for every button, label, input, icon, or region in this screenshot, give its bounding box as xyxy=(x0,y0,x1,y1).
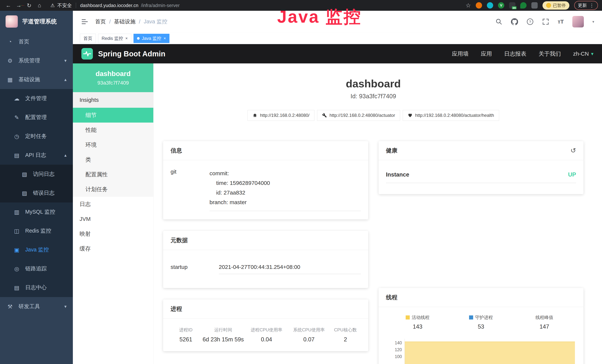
help-icon[interactable]: ? xyxy=(527,18,534,25)
history-icon[interactable]: ↺ xyxy=(570,147,576,154)
sidebar-item-java-monitor[interactable]: ▣ Java 监控 xyxy=(0,240,73,259)
column-header: 系统CPU使用率 xyxy=(288,327,330,333)
card-title: 健康 xyxy=(386,147,398,154)
system-cpu: 0.07 xyxy=(288,336,330,343)
sidebar-item-label: Java 监控 xyxy=(25,246,49,254)
chevron-down-icon[interactable]: ▾ xyxy=(592,20,594,24)
extension-icon[interactable] xyxy=(19,5,25,6)
language-select[interactable]: zh-CN ▾ xyxy=(573,51,593,57)
legend-label: 线程峰值 xyxy=(536,314,553,321)
sidebar-item-environment[interactable]: 环境 xyxy=(73,137,153,152)
card-title: 进程 xyxy=(163,300,368,319)
fullscreen-icon[interactable] xyxy=(542,18,549,25)
service-url-link[interactable]: http://192.168.0.2:48080/ xyxy=(247,110,314,121)
cpu-cores: 2 xyxy=(330,336,361,343)
chevron-up-icon: ▴ xyxy=(64,153,66,158)
info-value: commit: time: 1596289704000 id: 27aa832 … xyxy=(210,169,361,211)
svg-text:?: ? xyxy=(529,20,531,24)
sidebar-item-jobs[interactable]: ◷ 定时任务 xyxy=(0,127,73,146)
tab-java-monitor[interactable]: Java 监控 × xyxy=(133,34,170,43)
address-bar[interactable]: ⚠ 不安全 dashboard.yudao.iocoder.cn/infra/a… xyxy=(50,2,180,9)
sidebar-item-config-props[interactable]: 配置属性 xyxy=(73,167,153,182)
sidebar-item-system[interactable]: ⚙ 系统管理 ▾ xyxy=(0,51,73,70)
tab-redis-monitor[interactable]: Redis 监控 × xyxy=(98,34,131,43)
sidebar-item-home[interactable]: ◔ 首页 xyxy=(0,32,73,51)
sidebar-item-caches[interactable]: 缓存 xyxy=(73,241,153,256)
sidebar-item-scheduled-tasks[interactable]: 计划任务 xyxy=(73,182,153,197)
y-tick: 100 xyxy=(386,354,402,359)
extension-icon[interactable]: V xyxy=(498,2,504,9)
extension-icon[interactable] xyxy=(476,2,482,9)
back-icon[interactable]: ← xyxy=(4,1,13,10)
metadata-value: 2021-04-27T00:44:31.254+08:00 xyxy=(219,264,361,274)
sidebar-item-label: API 日志 xyxy=(25,151,46,159)
actuator-url-link[interactable]: http://192.168.0.2:48080/actuator xyxy=(317,110,400,121)
sba-nav-about[interactable]: 关于我们 xyxy=(538,50,561,58)
sidebar-item-error-log[interactable]: ▨ 错误日志 xyxy=(0,183,73,203)
url-path: /infra/admin-server xyxy=(141,3,180,8)
home-icon[interactable]: ⌂ xyxy=(35,1,44,10)
instance-header[interactable]: dashboard 93a3fc7f7409 xyxy=(73,64,153,92)
sidebar-item-files[interactable]: ☁ 文件管理 xyxy=(0,89,73,108)
column-header: 进程ID xyxy=(171,327,201,333)
sidebar-item-mysql[interactable]: ▥ MySQL 监控 xyxy=(0,203,73,221)
metadata-key: startup xyxy=(171,264,219,274)
kebab-menu-icon[interactable]: ⋮ xyxy=(589,3,594,8)
insights-group-header[interactable]: Insights xyxy=(73,92,153,108)
sba-nav-applications[interactable]: 应用 xyxy=(481,50,492,58)
metadata-card: 元数据 startup 2021-04-27T00:44:31.254+08:0… xyxy=(163,231,368,288)
health-card: 健康 ↺ Instance UP xyxy=(379,141,584,194)
sidebar-item-details[interactable]: 细节 xyxy=(73,108,153,123)
github-icon[interactable] xyxy=(511,18,518,25)
emoji-icon xyxy=(546,3,551,8)
sidebar-item-jvm[interactable]: JVM xyxy=(73,212,153,226)
font-size-icon[interactable]: тT xyxy=(558,19,564,25)
sidebar-item-config[interactable]: ✎ 配置管理 xyxy=(0,108,73,127)
search-icon[interactable] xyxy=(495,18,502,25)
extension-icon[interactable] xyxy=(487,2,493,9)
browser-toolbar-right: ☆ V on 已暂停 更新 ⋮ xyxy=(465,1,598,10)
process-cpu: 0.04 xyxy=(245,336,288,343)
close-icon[interactable]: × xyxy=(125,36,128,41)
sidebar-item-infra[interactable]: ▦ 基础设施 ▴ xyxy=(0,70,73,89)
sba-nav-journal[interactable]: 日志报表 xyxy=(504,50,526,58)
security-label: 不安全 xyxy=(57,2,72,9)
sba-title[interactable]: Spring Boot Admin xyxy=(98,50,165,58)
sidebar-item-label: 基础设施 xyxy=(19,76,40,83)
reload-icon[interactable]: ↻ xyxy=(25,1,33,10)
sidebar-item-label: MySQL 监控 xyxy=(25,208,55,216)
sba-logo-icon[interactable] xyxy=(81,48,93,60)
card-title: 线程 xyxy=(379,288,584,307)
sidebar-item-api-log[interactable]: ▤ API 日志 ▴ xyxy=(0,146,73,165)
health-url-link[interactable]: http://192.168.0.2:48080/actuator/health xyxy=(403,110,499,121)
extension-icon[interactable]: on xyxy=(509,2,516,9)
sidebar-item-metrics[interactable]: 性能 xyxy=(73,123,153,137)
sidebar-item-dev-tools[interactable]: ⚒ 研发工具 ▾ xyxy=(0,297,73,316)
sidebar-item-beans[interactable]: 类 xyxy=(73,152,153,167)
chevron-down-icon: ▾ xyxy=(64,58,66,63)
update-button[interactable]: 更新 ⋮ xyxy=(574,1,598,10)
close-icon[interactable]: × xyxy=(163,36,166,41)
y-tick: 120 xyxy=(386,347,402,352)
extension-icon[interactable] xyxy=(520,2,527,9)
app-logo[interactable]: 芋道管理系统 xyxy=(0,11,73,32)
sidebar-item-access-log[interactable]: ▧ 访问日志 xyxy=(0,165,73,183)
sidebar-item-mappings[interactable]: 映射 xyxy=(73,226,153,241)
extensions-puzzle-icon[interactable] xyxy=(531,2,538,9)
breadcrumb-home[interactable]: 首页 xyxy=(95,18,106,25)
divider xyxy=(76,3,76,8)
breadcrumb-separator: / xyxy=(109,19,111,25)
sidebar-item-log-center[interactable]: ▤ 日志中心 xyxy=(0,278,73,297)
sidebar-item-tracing[interactable]: ◎ 链路追踪 xyxy=(0,259,73,278)
process-id: 5261 xyxy=(171,336,201,343)
on-badge: on xyxy=(512,6,516,9)
sidebar-item-redis[interactable]: ◫ Redis 监控 xyxy=(0,221,73,240)
bookmark-star-icon[interactable]: ☆ xyxy=(465,2,471,9)
sba-nav-wallboard[interactable]: 应用墙 xyxy=(452,50,469,58)
tab-home[interactable]: 首页 xyxy=(80,34,96,43)
hamburger-icon[interactable] xyxy=(81,18,89,26)
breadcrumb-infra[interactable]: 基础设施 xyxy=(114,18,136,25)
user-avatar[interactable] xyxy=(572,16,584,27)
sidebar-item-loggers[interactable]: 日志 xyxy=(73,197,153,212)
paused-badge[interactable]: 已暂停 xyxy=(542,1,569,10)
